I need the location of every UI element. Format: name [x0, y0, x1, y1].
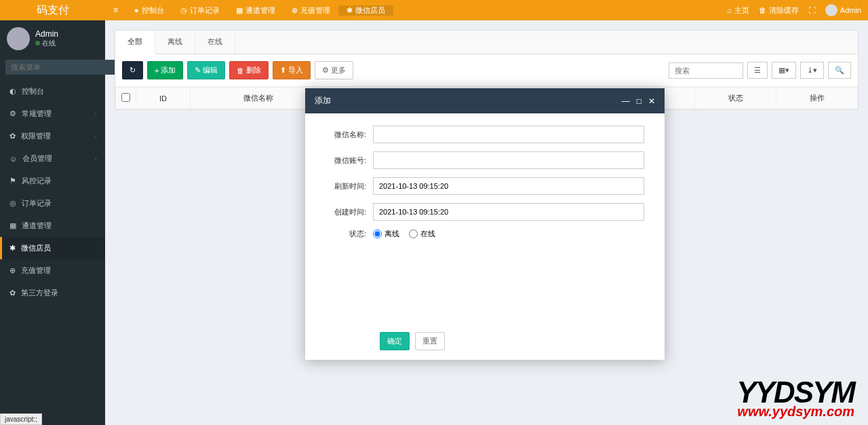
top-header: 码支付 ≡ ●控制台 ◷订单记录 ▦通道管理 ⊕充值管理 ✱微信店员 ⌂主页 🗑…: [0, 0, 868, 20]
nav-channels[interactable]: ▦通道管理: [228, 5, 283, 16]
grid-icon: ▦: [236, 6, 243, 15]
plus-circle-icon: ⊕: [292, 6, 298, 15]
wechat-icon: ✱: [347, 6, 353, 15]
header-right: ⌂主页 🗑清除缓存 ⛶ Admin: [727, 4, 861, 16]
user-menu[interactable]: Admin: [825, 4, 861, 16]
home-icon: ⌂: [727, 6, 732, 14]
nav-console[interactable]: ●控制台: [126, 5, 172, 16]
header-nav: ●控制台 ◷订单记录 ▦通道管理 ⊕充值管理 ✱微信店员: [126, 5, 393, 16]
avatar-icon: [825, 4, 837, 16]
nav-wechat-staff[interactable]: ✱微信店员: [338, 5, 393, 16]
trash-icon: 🗑: [759, 6, 766, 14]
nav-recharge[interactable]: ⊕充值管理: [283, 5, 338, 16]
home-button[interactable]: ⌂主页: [727, 5, 749, 16]
sidebar-toggle-icon[interactable]: ≡: [105, 5, 126, 15]
nav-orders[interactable]: ◷订单记录: [172, 5, 228, 16]
fullscreen-button[interactable]: ⛶: [808, 6, 816, 14]
clock-icon: ◷: [180, 6, 187, 15]
dashboard-icon: ●: [134, 6, 139, 14]
brand-logo: 码支付: [0, 3, 105, 18]
clear-cache-button[interactable]: 🗑清除缓存: [759, 5, 799, 16]
expand-icon: ⛶: [808, 6, 816, 14]
